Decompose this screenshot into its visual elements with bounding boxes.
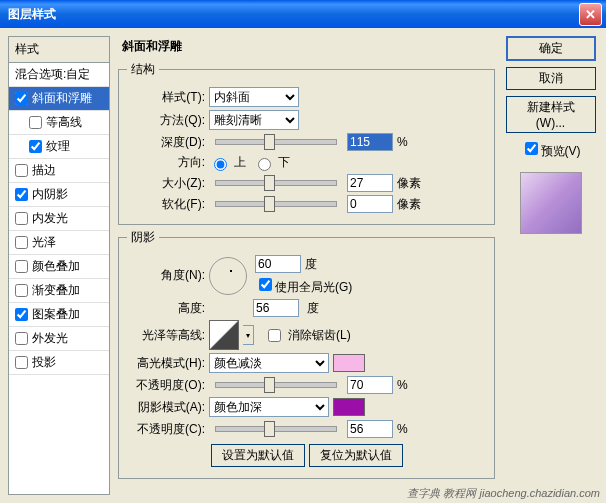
style-check-5[interactable] [15, 212, 28, 225]
panel-header: 样式 [9, 37, 109, 63]
sopacity-input[interactable] [347, 420, 393, 438]
depth-slider[interactable] [215, 139, 337, 145]
depth-input[interactable] [347, 133, 393, 151]
style-item-9[interactable]: 图案叠加 [9, 303, 109, 327]
global-light-check[interactable] [259, 278, 272, 291]
hopacity-slider[interactable] [215, 382, 337, 388]
style-item-0[interactable]: 斜面和浮雕 [9, 87, 109, 111]
shadow-mode-select[interactable]: 颜色加深 [209, 397, 329, 417]
style-item-2[interactable]: 纹理 [9, 135, 109, 159]
style-item-4[interactable]: 内阴影 [9, 183, 109, 207]
shadow-color[interactable] [333, 398, 365, 416]
style-item-7[interactable]: 颜色叠加 [9, 255, 109, 279]
style-check-11[interactable] [15, 356, 28, 369]
dir-up[interactable] [214, 158, 227, 171]
method-select[interactable]: 雕刻清晰 [209, 110, 299, 130]
structure-group: 结构 样式(T):内斜面 方法(Q):雕刻清晰 深度(D):% 方向:上下 大小… [118, 61, 495, 225]
close-button[interactable]: ✕ [579, 3, 602, 26]
angle-input[interactable] [255, 255, 301, 273]
titlebar: 图层样式 ✕ [0, 0, 606, 28]
shading-group: 阴影 角度(N): 度 使用全局光(G) 高度:度 光泽等高线:▾消除锯齿(L)… [118, 229, 495, 479]
ok-button[interactable]: 确定 [506, 36, 596, 61]
style-check-4[interactable] [15, 188, 28, 201]
style-check-10[interactable] [15, 332, 28, 345]
cancel-button[interactable]: 取消 [506, 67, 596, 90]
style-check-1[interactable] [29, 116, 42, 129]
style-item-1[interactable]: 等高线 [9, 111, 109, 135]
style-item-10[interactable]: 外发光 [9, 327, 109, 351]
hopacity-input[interactable] [347, 376, 393, 394]
new-style-button[interactable]: 新建样式(W)... [506, 96, 596, 133]
blend-options[interactable]: 混合选项:自定 [9, 63, 109, 87]
style-item-3[interactable]: 描边 [9, 159, 109, 183]
style-item-6[interactable]: 光泽 [9, 231, 109, 255]
highlight-color[interactable] [333, 354, 365, 372]
contour-dropdown[interactable]: ▾ [243, 325, 254, 345]
size-slider[interactable] [215, 180, 337, 186]
style-check-0[interactable] [15, 92, 28, 105]
altitude-input[interactable] [253, 299, 299, 317]
style-item-8[interactable]: 渐变叠加 [9, 279, 109, 303]
soften-slider[interactable] [215, 201, 337, 207]
highlight-mode-select[interactable]: 颜色减淡 [209, 353, 329, 373]
style-check-2[interactable] [29, 140, 42, 153]
antialias-check[interactable] [268, 329, 281, 342]
reset-default-button[interactable]: 复位为默认值 [309, 444, 403, 467]
style-item-11[interactable]: 投影 [9, 351, 109, 375]
style-check-6[interactable] [15, 236, 28, 249]
style-select[interactable]: 内斜面 [209, 87, 299, 107]
style-item-5[interactable]: 内发光 [9, 207, 109, 231]
section-title: 斜面和浮雕 [118, 36, 495, 57]
gloss-contour[interactable] [209, 320, 239, 350]
sopacity-slider[interactable] [215, 426, 337, 432]
style-check-9[interactable] [15, 308, 28, 321]
styles-panel: 样式 混合选项:自定 斜面和浮雕等高线纹理描边内阴影内发光光泽颜色叠加渐变叠加图… [8, 36, 110, 495]
preview-check[interactable] [525, 142, 538, 155]
watermark: 查字典 教程网 jiaocheng.chazidian.com [407, 486, 600, 501]
dir-down[interactable] [258, 158, 271, 171]
make-default-button[interactable]: 设置为默认值 [211, 444, 305, 467]
window-title: 图层样式 [4, 6, 56, 23]
style-check-7[interactable] [15, 260, 28, 273]
style-check-3[interactable] [15, 164, 28, 177]
angle-dial[interactable] [209, 257, 247, 295]
style-check-8[interactable] [15, 284, 28, 297]
preview-swatch [520, 172, 582, 234]
size-input[interactable] [347, 174, 393, 192]
soften-input[interactable] [347, 195, 393, 213]
